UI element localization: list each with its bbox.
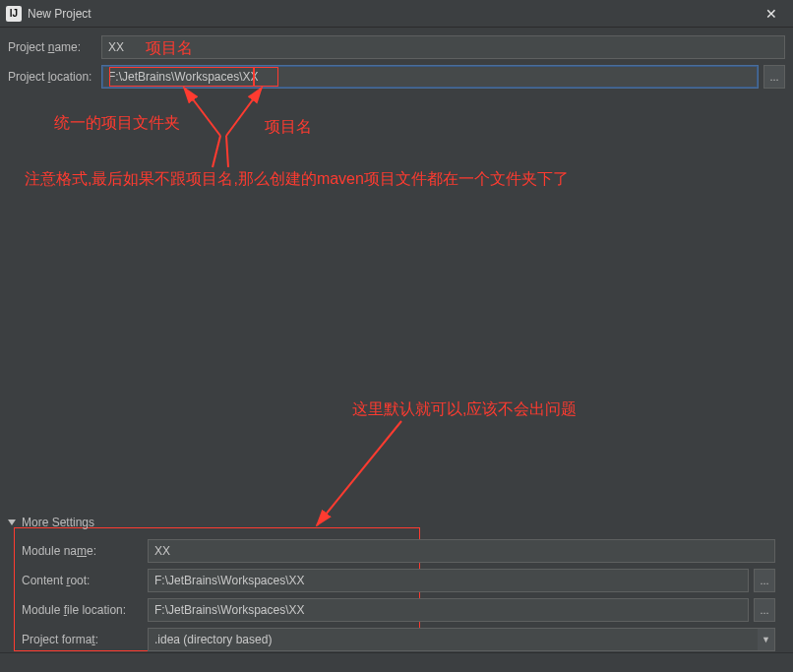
module-name-input[interactable]: [148, 539, 775, 563]
chevron-down-icon: [8, 519, 16, 525]
more-settings-label: More Settings: [22, 516, 94, 529]
anno-unified-folder: 统一的项目文件夹: [54, 113, 180, 134]
module-file-location-input[interactable]: [148, 598, 749, 622]
svg-line-0: [213, 136, 220, 167]
content-root-label: Content root:: [22, 574, 148, 587]
project-location-input[interactable]: [101, 65, 759, 89]
close-button[interactable]: ✕: [749, 0, 793, 28]
window-title: New Project: [28, 7, 92, 21]
module-name-label: Module name:: [22, 544, 148, 558]
project-location-label: Project location:: [8, 70, 101, 84]
browse-location-button[interactable]: ...: [763, 65, 785, 89]
bottom-bar: [0, 652, 793, 672]
project-location-row: Project location: ...: [8, 65, 785, 89]
more-settings-toggle[interactable]: More Settings: [6, 512, 787, 533]
svg-line-3: [226, 88, 262, 136]
module-file-location-label: Module file location:: [22, 603, 148, 617]
project-format-dropdown-button[interactable]: ▼: [758, 628, 775, 651]
chevron-down-icon: ▼: [762, 635, 770, 644]
module-name-row: Module name:: [22, 539, 775, 563]
content-root-row: Content root: ...: [22, 569, 775, 592]
more-settings-body: Module name: Content root: ... Module fi…: [6, 533, 787, 661]
project-format-label: Project format:: [22, 633, 148, 646]
more-settings-section: More Settings Module name: Content root:…: [6, 512, 787, 661]
project-name-row: Project name:: [8, 35, 785, 59]
module-file-location-row: Module file location: ...: [22, 598, 775, 622]
titlebar: IJ New Project ✕: [0, 0, 793, 28]
form-area: Project name: Project location: ...: [0, 28, 793, 89]
project-format-row: Project format: ▼: [22, 628, 775, 651]
app-icon: IJ: [6, 6, 22, 22]
browse-content-root-button[interactable]: ...: [754, 569, 775, 592]
anno-warning: 注意格式,最后如果不跟项目名,那么创建的maven项目文件都在一个文件夹下了: [25, 169, 569, 190]
svg-line-1: [184, 88, 220, 136]
svg-line-4: [317, 421, 401, 525]
project-format-select[interactable]: [148, 628, 758, 651]
browse-module-file-button[interactable]: ...: [754, 598, 775, 622]
svg-line-2: [226, 136, 228, 167]
anno-defaults: 这里默认就可以,应该不会出问题: [352, 399, 577, 420]
close-icon: ✕: [765, 6, 777, 22]
project-name-label: Project name:: [8, 40, 101, 54]
project-name-input[interactable]: [101, 35, 785, 59]
anno-proj-name2: 项目名: [265, 117, 312, 138]
content-root-input[interactable]: [148, 569, 749, 592]
